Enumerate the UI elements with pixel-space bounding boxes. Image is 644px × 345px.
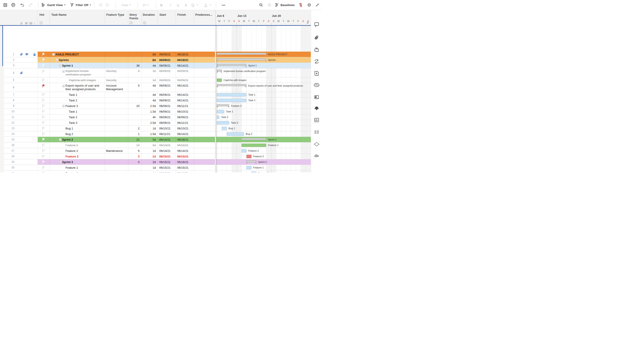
predecessors-cell[interactable] [196, 131, 214, 137]
table-row[interactable]: 17 Feature 2Maintenance51d06/14/2106/14/… [0, 148, 311, 154]
predecessors-cell[interactable] [196, 98, 214, 103]
duration-cell[interactable]: 1.5d [142, 131, 156, 137]
duration-cell[interactable]: 1d [142, 165, 156, 170]
collapse-toggle[interactable]: – [62, 70, 65, 73]
story-points-cell[interactable]: 2 [129, 126, 140, 131]
comment-icon[interactable] [25, 53, 28, 56]
finish-cell[interactable]: 06/14/21 [177, 83, 193, 88]
table-row[interactable]: 5 Captcha with imagesSecurity1d06/09/210… [0, 77, 311, 83]
grid-gantt-splitter[interactable] [215, 10, 216, 173]
duration-cell[interactable]: 4d [142, 63, 156, 68]
hot-flag[interactable] [42, 149, 45, 153]
finish-cell[interactable]: 06/09/21 [177, 68, 193, 73]
fill-color-button[interactable]: ▼ [190, 0, 198, 10]
gantt-summary-bar[interactable] [217, 53, 266, 55]
column-header-finish[interactable]: Finish [177, 13, 194, 17]
predecessors-cell[interactable] [196, 137, 214, 142]
gantt-summary-bar[interactable] [217, 84, 246, 86]
predecessors-cell[interactable] [196, 120, 214, 126]
duration-cell[interactable]: 1d [142, 68, 156, 73]
gantt-task-bar[interactable] [217, 110, 224, 113]
gantt-task-bar[interactable] [227, 132, 244, 136]
collapse-toggle[interactable]: – [59, 138, 62, 141]
story-points-cell[interactable] [129, 57, 140, 63]
finish-cell[interactable]: 06/14/21 [177, 131, 193, 137]
duration-cell[interactable]: 1.5d [142, 109, 156, 114]
start-cell[interactable]: 06/09/21 [159, 109, 174, 114]
finish-cell[interactable]: 06/18/21 [177, 57, 193, 63]
row-number[interactable]: 7 [4, 92, 14, 98]
start-cell[interactable]: 06/09/21 [159, 52, 174, 57]
task-name-cell[interactable]: Feature 1 [66, 165, 103, 170]
task-name-cell[interactable]: Feature 3 [66, 154, 103, 159]
task-name-cell[interactable]: Task 2 [69, 98, 103, 103]
table-row[interactable]: 10 Task 11.5d06/09/2106/10/21 [0, 109, 311, 114]
row-number[interactable]: 3 [4, 63, 14, 68]
column-header-feature-type[interactable]: Feature Type [106, 13, 127, 17]
hot-flag[interactable] [42, 84, 45, 88]
task-name-cell[interactable]: Task 3 [69, 120, 103, 126]
finish-cell[interactable]: 06/16/21 [177, 159, 193, 165]
task-name-cell[interactable]: Feature 2 [66, 170, 103, 173]
feature-type-cell[interactable]: Account Management [106, 83, 127, 92]
task-name-cell[interactable]: Task 1 [69, 92, 103, 98]
sidebar-activity-log-icon[interactable] [314, 82, 320, 88]
row-number[interactable]: 11 [4, 114, 14, 120]
hot-flag[interactable] [42, 144, 45, 147]
start-cell[interactable]: 06/15/21 [159, 165, 174, 170]
gantt-close-icon[interactable]: ✕ [306, 21, 310, 25]
task-name-cell[interactable]: Feature 1 [66, 142, 103, 148]
column-header-hot[interactable]: Hot [40, 13, 49, 17]
table-row[interactable]: 14 Bug 211.5d06/11/2106/14/21 [0, 131, 311, 137]
story-points-cell[interactable] [129, 165, 140, 170]
start-cell[interactable]: 06/09/21 [159, 114, 174, 120]
collapse-toggle[interactable]: – [52, 53, 55, 56]
hot-flag[interactable] [42, 53, 45, 56]
story-points-cell[interactable]: 5 [129, 148, 140, 154]
story-points-cell[interactable] [129, 109, 140, 114]
predecessors-cell[interactable] [196, 63, 214, 68]
story-points-cell[interactable]: 0 [129, 159, 140, 165]
finish-cell[interactable]: 06/18/21 [177, 52, 193, 57]
duration-cell[interactable]: 8d [142, 57, 156, 63]
story-points-cell[interactable]: 36 [129, 63, 140, 68]
predecessors-cell[interactable] [196, 170, 214, 173]
table-row[interactable]: 9 –Feature 3202.5d06/09/2106/11/21 [0, 103, 311, 109]
print-button[interactable] [10, 0, 16, 10]
task-name-cell[interactable]: Task 2 [69, 114, 103, 120]
indent-button[interactable] [104, 0, 111, 10]
duration-cell[interactable]: 4d [142, 83, 156, 88]
info-column-icon[interactable]: i [34, 21, 35, 25]
gantt-task-bar[interactable] [222, 127, 227, 130]
predecessors-cell[interactable] [196, 165, 214, 170]
settings-button[interactable]: ⚙ [306, 0, 313, 10]
duration-cell[interactable]: 1d [142, 77, 156, 83]
start-cell[interactable]: 06/14/21 [159, 142, 174, 148]
font-color-button[interactable]: A ▼ [204, 0, 211, 10]
finish-cell[interactable]: 06/09/21 [177, 114, 193, 120]
sidebar-proofs-icon[interactable] [314, 47, 320, 53]
story-points-cell[interactable]: 8 [129, 68, 140, 73]
finish-cell[interactable]: 06/14/21 [177, 98, 193, 103]
table-row[interactable]: 18 Feature 331d06/15/2106/15/21 [0, 154, 311, 159]
zoom-in-button[interactable] [266, 0, 274, 10]
paperclip-icon[interactable] [20, 53, 23, 56]
font-family-select[interactable]: Arial ▼ [118, 0, 134, 10]
hot-flag[interactable] [42, 116, 45, 119]
baselines-button[interactable]: Baselines [274, 0, 296, 10]
gantt-task-bar[interactable] [246, 166, 251, 169]
row-number[interactable]: 19 [4, 159, 14, 165]
start-cell[interactable]: 06/14/21 [159, 148, 174, 154]
finish-cell[interactable]: 06/15/21 [177, 165, 193, 170]
gantt-task-bar[interactable] [217, 79, 222, 82]
gantt-task-bar[interactable] [251, 172, 256, 173]
feature-type-cell[interactable]: Maintenance [106, 148, 127, 154]
finish-cell[interactable]: 06/11/21 [177, 120, 193, 126]
task-name-cell[interactable]: Task 1 [69, 109, 103, 114]
row-number[interactable]: 8 [4, 98, 14, 103]
story-points-cell[interactable] [129, 170, 140, 173]
hot-flag[interactable] [42, 160, 45, 164]
sidebar-attachments-icon[interactable] [314, 35, 320, 41]
table-row[interactable]: 20 Feature 11d06/15/2106/15/21 [0, 165, 311, 170]
row-number[interactable]: 21 [4, 170, 14, 173]
